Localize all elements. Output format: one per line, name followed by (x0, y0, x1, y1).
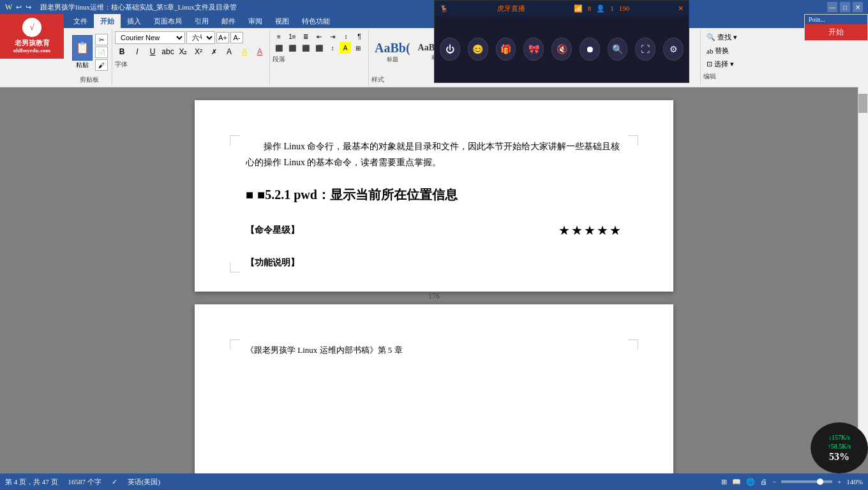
live-record-button[interactable]: ⏺ (580, 38, 600, 61)
zoom-slider[interactable] (781, 480, 832, 483)
maximize-button[interactable]: □ (840, 2, 850, 12)
align-right-button[interactable]: ⬛ (299, 42, 312, 54)
live-smiley-button[interactable]: 😊 (468, 38, 488, 61)
bullets-button[interactable]: ≡ (273, 31, 285, 42)
signal-value: 8 (588, 4, 592, 12)
view-web[interactable]: 🌐 (746, 478, 755, 486)
live-power-button[interactable]: ⏻ (440, 38, 460, 61)
tab-special[interactable]: 特色功能 (296, 14, 336, 28)
tab-view[interactable]: 视图 (269, 14, 296, 28)
underline-button[interactable]: U (146, 45, 160, 58)
font-grow-button[interactable]: A+ (216, 32, 229, 43)
select-icon: ⊡ (707, 60, 712, 68)
tab-layout[interactable]: 页面布局 (147, 14, 188, 28)
format-painter-button[interactable]: 🖌 (95, 59, 108, 71)
page-info: 第 4 页，共 47 页 (5, 477, 58, 487)
copy-button[interactable]: 📄 (95, 47, 108, 58)
section-bullet: ■ (246, 183, 253, 206)
tab-insert[interactable]: 插入 (121, 14, 147, 28)
replace-button[interactable]: ab 替换 (703, 44, 749, 57)
live-gift-button[interactable]: 🎁 (496, 38, 516, 61)
cut-button[interactable]: ✂ (95, 34, 108, 45)
live-settings-button[interactable]: ⚙ (663, 38, 684, 61)
font-size-select[interactable]: 六号 (186, 31, 215, 44)
tab-review[interactable]: 审阅 (242, 14, 269, 28)
increase-indent-button[interactable]: ⇥ (326, 31, 339, 42)
zoom-thumb (817, 479, 823, 485)
live-overlay: 🦌 虎牙直播 📶 8 👤 1 190 ✕ ⏻ 😊 🎁 🎀 🔇 ⏺ 🔍 ⛶ ⚙ (434, 0, 689, 83)
live-title-bar: 🦌 虎牙直播 📶 8 👤 1 190 ✕ (435, 1, 689, 16)
tab-references[interactable]: 引用 (188, 14, 215, 28)
paste-button[interactable]: 📋 粘贴 (71, 34, 94, 71)
live-close-btn[interactable]: ✕ (678, 4, 684, 13)
text-effect-button[interactable]: A (222, 45, 236, 58)
live-mute-button[interactable]: 🔇 (551, 38, 572, 61)
scrollbar-thumb[interactable] (858, 94, 867, 113)
live-search-button[interactable]: 🔍 (608, 38, 628, 61)
zoom-in-button[interactable]: + (837, 478, 841, 486)
users-value: 1 (610, 4, 614, 12)
bold-button[interactable]: B (115, 45, 129, 58)
justify-button[interactable]: ⬛ (313, 42, 326, 54)
italic-button[interactable]: I (130, 45, 144, 58)
corner-tl (230, 135, 240, 145)
status-right: ⊞ 📖 🌐 🖨 − + 140% (721, 478, 863, 486)
status-bar: 第 4 页，共 47 页 16587 个字 ✓ 英语(美国) ⊞ 📖 🌐 🖨 −… (0, 473, 868, 490)
line-spacing-button[interactable]: ↕ (326, 42, 339, 54)
numbering-button[interactable]: 1≡ (286, 31, 299, 42)
paste-icon: 📋 (72, 35, 93, 61)
tab-file[interactable]: 文件 (67, 14, 94, 28)
paragraph-1: 操作 Linux 命令行，最基本的对象就是目录和文件，因此本节开始给大家讲解一些… (246, 138, 622, 170)
clear-format-button[interactable]: ✗ (207, 45, 221, 58)
select-label: 选择 ▾ (714, 59, 734, 69)
func-desc-label: 【功能说明】 (246, 255, 622, 271)
tab-mail[interactable]: 邮件 (215, 14, 242, 28)
live-controls: ⏻ 😊 🎁 🎀 🔇 ⏺ 🔍 ⛶ ⚙ (435, 16, 689, 82)
decrease-indent-button[interactable]: ⇤ (313, 31, 326, 42)
cmd-level-row: 【命令星级】 ★★★★★ (246, 216, 622, 244)
align-center-button[interactable]: ⬛ (286, 42, 299, 54)
logo-text2: oldboyedu.com (13, 47, 50, 55)
font-color-button[interactable]: A (253, 45, 267, 58)
sort-button[interactable]: ↕ (340, 31, 352, 42)
shading-button[interactable]: A (340, 42, 351, 54)
cmd-level-label: 【命令星级】 (246, 222, 299, 238)
font-name-select[interactable]: Courier New (115, 31, 185, 44)
search-icon: 🔍 (707, 33, 715, 41)
live-present-button[interactable]: 🎀 (523, 38, 544, 61)
start-button[interactable]: 开始 (805, 24, 867, 40)
font-shrink-button[interactable]: A- (230, 32, 243, 43)
strikethrough-button[interactable]: abc (161, 45, 175, 58)
select-button[interactable]: ⊡ 选择 ▾ (703, 57, 749, 71)
multilevel-button[interactable]: ≣ (299, 31, 312, 42)
editing-label: 编辑 (703, 72, 749, 81)
close-button[interactable]: ✕ (853, 2, 863, 12)
highlight-button[interactable]: A (237, 45, 251, 58)
replace-label: 替换 (715, 46, 729, 56)
find-button[interactable]: 🔍 查找 ▾ (703, 31, 749, 44)
view-read[interactable]: 📖 (732, 478, 741, 486)
main-area[interactable]: 操作 Linux 命令行，最基本的对象就是目录和文件，因此本节开始给大家讲解一些… (0, 87, 868, 474)
view-print[interactable]: 🖨 (760, 478, 767, 486)
subscript-button[interactable]: X₂ (176, 45, 190, 58)
netspeed-overlay: ↓157K/s ↑58.5K/s 53% (811, 422, 868, 473)
border-button[interactable]: ⊞ (352, 42, 364, 54)
view-normal[interactable]: ⊞ (721, 478, 727, 486)
show-marks-button[interactable]: ¶ (353, 31, 366, 42)
scrollbar[interactable] (858, 87, 868, 448)
live-title: 虎牙直播 (497, 4, 525, 13)
tab-home[interactable]: 开始 (94, 14, 121, 28)
title-bar-redo[interactable]: ↪ (26, 3, 31, 11)
zoom-level: 140% (846, 478, 863, 486)
minimize-button[interactable]: — (827, 2, 837, 12)
live-fullscreen-button[interactable]: ⛶ (635, 38, 655, 61)
superscript-button[interactable]: X² (191, 45, 206, 58)
netspeed-down: ↓157K/s (828, 433, 850, 442)
zoom-out-button[interactable]: − (772, 478, 776, 486)
spell-icon: ✓ (112, 478, 117, 486)
clipboard-group: 📋 粘贴 ✂ 📄 🖌 剪贴板 (67, 29, 112, 85)
live-icon: 🦌 (440, 4, 449, 13)
style-title[interactable]: AaBb( 标题 (371, 31, 414, 74)
title-bar-undo[interactable]: ↩ (16, 3, 22, 11)
align-left-button[interactable]: ⬛ (273, 42, 285, 54)
